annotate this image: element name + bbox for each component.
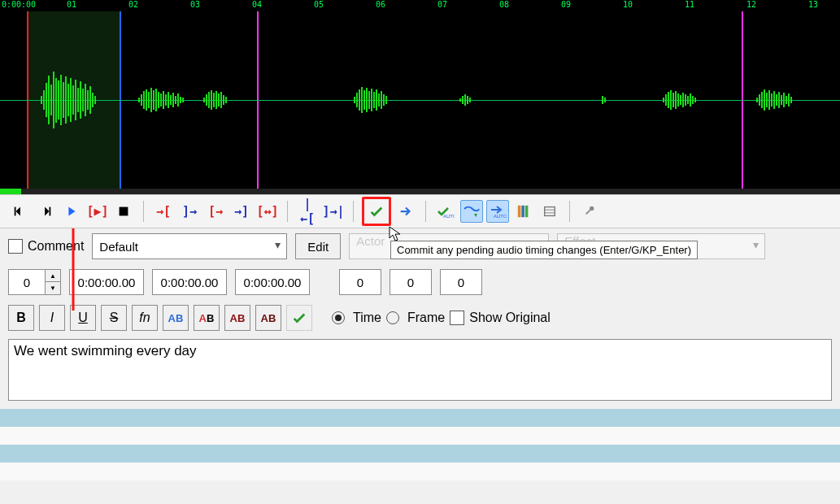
layer-input[interactable] bbox=[9, 270, 45, 294]
format-row: B I U S fn AB AB AB AB Time Frame Show O… bbox=[0, 300, 840, 336]
ruler-tick: 0:00:00 bbox=[2, 0, 36, 9]
video-position-toggle[interactable] bbox=[538, 200, 561, 223]
secondary-color-button[interactable]: AB bbox=[194, 305, 220, 331]
commit-button[interactable] bbox=[362, 197, 391, 226]
subtitle-grid[interactable] bbox=[0, 409, 840, 480]
underline-button[interactable]: U bbox=[70, 305, 96, 331]
subtitle-text-editor[interactable]: We went swimming every day bbox=[8, 339, 832, 401]
svg-rect-1 bbox=[15, 207, 16, 216]
table-row[interactable] bbox=[0, 409, 840, 427]
ruler-tick: 11 bbox=[685, 0, 694, 9]
play-after-end-button[interactable]: →] bbox=[230, 200, 253, 223]
svg-rect-8 bbox=[525, 206, 529, 217]
playback-progress bbox=[0, 189, 21, 194]
italic-button[interactable]: I bbox=[39, 305, 65, 331]
margin-left-input[interactable]: 0 bbox=[339, 269, 381, 295]
ruler-tick: 05 bbox=[314, 0, 324, 9]
style-select[interactable]: Default bbox=[92, 233, 287, 259]
bold-button[interactable]: B bbox=[8, 305, 34, 331]
spectrum-toggle[interactable] bbox=[512, 200, 535, 223]
svg-rect-13 bbox=[585, 210, 590, 215]
time-radio[interactable]: Time bbox=[332, 311, 381, 325]
ruler-tick: 09 bbox=[561, 0, 571, 9]
ruler-tick: 01 bbox=[67, 0, 76, 9]
audio-toolbar: [▶] →[ ]→ [→ →] [↔] |←[ ]→| AUTO AUTO Co… bbox=[0, 194, 840, 228]
ruler-tick: 03 bbox=[190, 0, 200, 9]
time-ruler[interactable]: 0:00:00 01 02 03 04 05 06 07 08 09 10 11… bbox=[0, 0, 840, 11]
duration-input[interactable]: 0:00:00.00 bbox=[235, 269, 310, 295]
auto-scroll-toggle[interactable] bbox=[460, 200, 483, 223]
frame-radio[interactable]: Frame bbox=[386, 311, 445, 325]
play-before-start-button[interactable]: →[ bbox=[152, 200, 175, 223]
comment-checkbox[interactable]: Comment bbox=[8, 239, 84, 254]
comment-label: Comment bbox=[28, 239, 84, 254]
ruler-tick: 08 bbox=[499, 0, 509, 9]
waveform-canvas[interactable] bbox=[0, 11, 840, 189]
table-row[interactable] bbox=[0, 463, 840, 480]
layer-spinner[interactable]: ▲▼ bbox=[8, 269, 61, 295]
karaoke-toggle[interactable] bbox=[578, 200, 601, 223]
auto-commit-toggle[interactable]: AUTO bbox=[434, 200, 457, 223]
table-row[interactable] bbox=[0, 445, 840, 463]
tooltip: Commit any pending audio timing changes … bbox=[390, 241, 698, 259]
outline-color-button[interactable]: AB bbox=[224, 305, 250, 331]
svg-rect-7 bbox=[521, 206, 524, 217]
ruler-tick: 12 bbox=[746, 0, 756, 9]
edit-style-button[interactable]: Edit bbox=[295, 233, 341, 259]
play-before-end-button[interactable]: [→ bbox=[204, 200, 227, 223]
ruler-tick: 06 bbox=[376, 0, 385, 9]
svg-text:AUTO: AUTO bbox=[443, 214, 455, 219]
margin-vert-input[interactable]: 0 bbox=[440, 269, 482, 295]
svg-rect-2 bbox=[50, 207, 51, 216]
play-after-start-button[interactable]: ]→ bbox=[178, 200, 201, 223]
start-time-input[interactable]: 0:00:00.00 bbox=[69, 269, 144, 295]
ruler-tick: 10 bbox=[623, 0, 633, 9]
ruler-tick: 04 bbox=[252, 0, 262, 9]
commit-text-button[interactable] bbox=[286, 305, 312, 331]
margin-right-input[interactable]: 0 bbox=[390, 269, 432, 295]
ruler-tick: 07 bbox=[437, 0, 447, 9]
play-around-button[interactable]: [↔] bbox=[256, 200, 279, 223]
waveform-panel[interactable]: 0:00:00 01 02 03 04 05 06 07 08 09 10 11… bbox=[0, 0, 840, 194]
play-selection-button[interactable] bbox=[60, 200, 83, 223]
layer-up[interactable]: ▲ bbox=[46, 270, 60, 282]
primary-color-button[interactable]: AB bbox=[163, 305, 189, 331]
table-row[interactable] bbox=[0, 427, 840, 445]
font-name-button[interactable]: fn bbox=[132, 305, 158, 331]
svg-rect-6 bbox=[518, 206, 521, 217]
layer-down[interactable]: ▼ bbox=[46, 282, 60, 294]
svg-text:AUTO: AUTO bbox=[494, 214, 507, 219]
waveform-baseline bbox=[0, 100, 840, 101]
lead-in-button[interactable]: |←[ bbox=[296, 200, 319, 223]
svg-point-12 bbox=[590, 206, 594, 211]
next-line-button[interactable] bbox=[34, 200, 57, 223]
play-line-button[interactable]: [▶] bbox=[86, 200, 109, 223]
auto-next-toggle[interactable]: AUTO bbox=[486, 200, 509, 223]
end-time-input[interactable]: 0:00:00.00 bbox=[152, 269, 227, 295]
shadow-color-button[interactable]: AB bbox=[255, 305, 281, 331]
svg-rect-3 bbox=[120, 207, 128, 216]
next-commit-button[interactable] bbox=[394, 200, 417, 223]
ruler-tick: 13 bbox=[808, 0, 818, 9]
show-original-checkbox[interactable]: Show Original bbox=[450, 311, 551, 325]
prev-line-button[interactable] bbox=[8, 200, 31, 223]
stop-button[interactable] bbox=[112, 200, 135, 223]
lead-out-button[interactable]: ]→| bbox=[322, 200, 345, 223]
playback-position-bar[interactable] bbox=[0, 189, 840, 194]
ruler-tick: 02 bbox=[128, 0, 138, 9]
subtitle-time-row: ▲▼ 0:00:00.00 0:00:00.00 0:00:00.00 0 0 … bbox=[0, 264, 840, 300]
strikeout-button[interactable]: S bbox=[101, 305, 127, 331]
svg-rect-9 bbox=[545, 207, 555, 216]
